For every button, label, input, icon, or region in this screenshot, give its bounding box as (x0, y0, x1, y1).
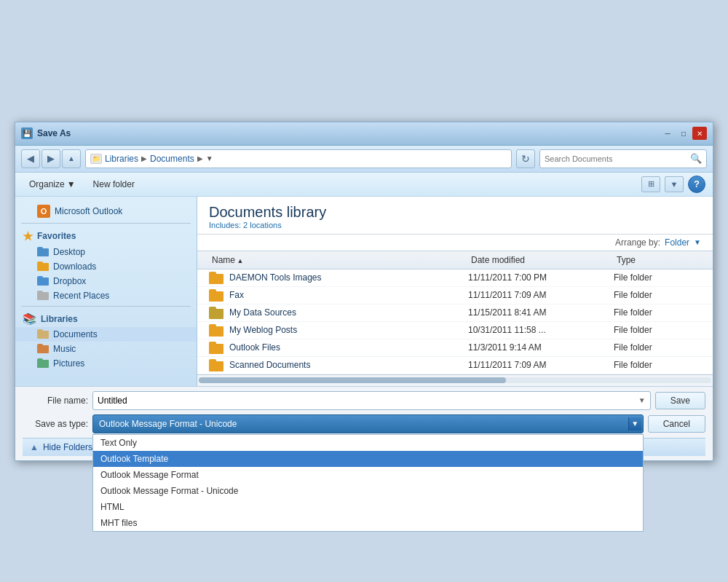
type-option-html[interactable]: HTML (93, 499, 643, 515)
type-row-wrapper: Outlook Message Format - Unicode ▼ Text … (92, 414, 644, 433)
search-input[interactable] (545, 154, 687, 163)
forward-button[interactable]: ▶ (41, 149, 60, 168)
breadcrumb-sep1: ▶ (141, 154, 147, 162)
help-button[interactable]: ? (688, 176, 705, 193)
sidebar-favorites-header[interactable]: ★ Favorites (15, 227, 197, 245)
folder-icon (209, 272, 223, 284)
sidebar-item-recent-places[interactable]: Recent Places (15, 288, 197, 303)
outlook-icon: O (37, 205, 50, 218)
type-option-outlook-format[interactable]: Outlook Message Format (93, 467, 643, 483)
arrange-dropdown-arrow[interactable]: ▼ (694, 238, 701, 246)
sidebar-sep1 (21, 223, 191, 224)
new-folder-button[interactable]: New folder (87, 176, 141, 192)
type-option-mht[interactable]: MHT files (93, 515, 643, 531)
sidebar-item-documents[interactable]: Documents (15, 327, 197, 342)
refresh-button[interactable]: ↻ (516, 149, 535, 168)
file-panel-header: Documents library Includes: 2 locations (197, 197, 713, 235)
savetype-row: Save as type: Outlook Message Format - U… (23, 414, 705, 433)
sidebar-item-dropbox[interactable]: Dropbox (15, 274, 197, 288)
table-row[interactable]: Scanned Documents 11/11/2011 7:09 AM Fil… (197, 357, 713, 374)
table-row[interactable]: DAEMON Tools Images 11/11/2011 7:00 PM F… (197, 270, 713, 287)
savetype-dropdown[interactable]: Outlook Message Format - Unicode ▼ (92, 414, 644, 433)
breadcrumb-documents[interactable]: Documents (150, 154, 194, 164)
breadcrumb-bar[interactable]: 📁 Libraries ▶ Documents ▶ ▼ (85, 149, 512, 168)
filename-label: File name: (23, 396, 88, 406)
folder-icon (209, 359, 223, 371)
sidebar-item-desktop[interactable]: Desktop (15, 245, 197, 259)
desktop-folder-icon (37, 247, 49, 256)
maximize-button[interactable]: □ (676, 127, 691, 140)
title-bar: 💾 Save As ─ □ ✕ (15, 122, 713, 146)
filename-input-wrapper[interactable]: ▼ (92, 391, 651, 410)
folder-icon (209, 289, 223, 302)
arrange-bar: Arrange by: Folder ▼ (197, 235, 713, 251)
col-header-name[interactable]: Name (209, 253, 468, 267)
table-row[interactable]: Fax 11/11/2011 7:09 AM File folder (197, 287, 713, 304)
address-bar: ◀ ▶ ▲ 📁 Libraries ▶ Documents ▶ ▼ ↻ 🔍 (15, 146, 713, 173)
sidebar-libraries-header[interactable]: 📚 Libraries (15, 310, 197, 327)
main-content: O Microsoft Outlook ★ Favorites Desktop … (15, 197, 713, 386)
file-list: DAEMON Tools Images 11/11/2011 7:00 PM F… (197, 270, 713, 374)
file-panel: Documents library Includes: 2 locations … (197, 197, 713, 386)
sidebar-item-music[interactable]: Music (15, 342, 197, 356)
savetype-label: Save as type: (23, 419, 88, 429)
minimize-button[interactable]: ─ (660, 127, 675, 140)
downloads-folder-icon (37, 261, 49, 271)
folder-icon (209, 324, 223, 337)
datasource-folder-icon (209, 307, 223, 319)
file-list-header: Name Date modified Type (197, 251, 713, 270)
hide-folders-icon: ▲ (30, 442, 39, 452)
save-as-dialog: 💾 Save As ─ □ ✕ ◀ ▶ ▲ 📁 Libraries ▶ Docu… (15, 122, 713, 461)
savetype-dropdown-arrow[interactable]: ▼ (628, 417, 641, 430)
search-icon: 🔍 (690, 153, 702, 164)
breadcrumb-dropdown[interactable]: ▼ (206, 154, 213, 162)
sidebar-sep2 (21, 306, 191, 307)
type-option-outlook-template[interactable]: Outlook Template (93, 451, 643, 467)
horizontal-scrollbar[interactable] (197, 374, 713, 386)
view-dropdown[interactable]: ▼ (665, 176, 684, 192)
filename-input[interactable] (98, 396, 638, 406)
music-folder-icon (37, 344, 49, 353)
filename-dropdown-arrow[interactable]: ▼ (638, 396, 646, 404)
save-button[interactable]: Save (655, 392, 705, 409)
recent-folder-icon (37, 291, 49, 300)
back-button[interactable]: ◀ (21, 149, 40, 168)
window-title: Save As (37, 128, 71, 138)
close-button[interactable]: ✕ (692, 127, 707, 140)
pictures-folder-icon (37, 358, 49, 368)
view-button[interactable]: ⊞ (641, 176, 660, 192)
hide-folders-text: Hide Folders (43, 442, 92, 452)
breadcrumb-libraries[interactable]: Libraries (105, 154, 138, 164)
breadcrumb-icon: 📁 (90, 154, 102, 164)
folder-icon (209, 342, 223, 354)
sidebar: O Microsoft Outlook ★ Favorites Desktop … (15, 197, 197, 386)
up-button[interactable]: ▲ (62, 149, 81, 168)
table-row[interactable]: My Data Sources 11/15/2011 8:41 AM File … (197, 304, 713, 322)
col-header-date[interactable]: Date modified (468, 253, 614, 267)
organize-dropdown-arrow: ▼ (67, 179, 76, 189)
type-option-text-only[interactable]: Text Only (93, 435, 643, 451)
library-title: Documents library (209, 204, 701, 221)
cancel-button[interactable]: Cancel (648, 415, 705, 433)
organize-button[interactable]: Organize ▼ (23, 176, 82, 192)
dropbox-folder-icon (37, 276, 49, 286)
bottom-bar: File name: ▼ Save Save as type: Outlook … (15, 386, 713, 460)
type-option-outlook-unicode[interactable]: Outlook Message Format - Unicode (93, 483, 643, 499)
search-box[interactable]: 🔍 (539, 149, 707, 168)
hscroll-track (199, 377, 711, 383)
library-locations-link[interactable]: 2 locations (243, 221, 282, 229)
sidebar-item-downloads[interactable]: Downloads (15, 259, 197, 274)
documents-folder-icon (37, 329, 49, 339)
col-header-type[interactable]: Type (614, 253, 701, 267)
arrange-value[interactable]: Folder (665, 237, 689, 248)
sidebar-item-outlook[interactable]: O Microsoft Outlook (15, 202, 197, 220)
table-row[interactable]: My Weblog Posts 10/31/2011 11:58 ... Fil… (197, 322, 713, 339)
savetype-value: Outlook Message Format - Unicode (99, 419, 625, 429)
sidebar-item-pictures[interactable]: Pictures (15, 356, 197, 371)
toolbar: Organize ▼ New folder ⊞ ▼ ? (15, 173, 713, 197)
window-icon: 💾 (21, 127, 33, 139)
table-row[interactable]: Outlook Files 11/3/2011 9:14 AM File fol… (197, 339, 713, 357)
hscroll-thumb[interactable] (199, 377, 506, 383)
breadcrumb-sep2: ▶ (197, 154, 203, 162)
libraries-icon: 📚 (23, 312, 36, 326)
